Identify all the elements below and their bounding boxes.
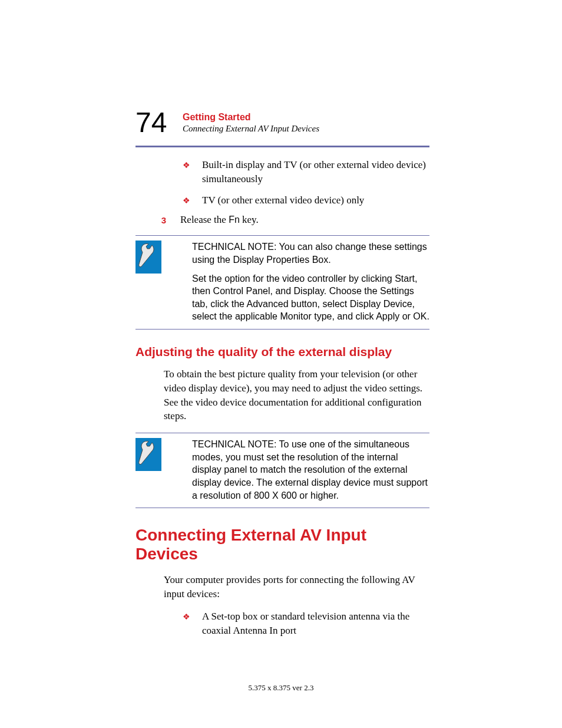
note-text: TECHNICAL NOTE: To use one of the simult… [192, 438, 429, 502]
divider-thin [135, 508, 429, 508]
document-page: 74 Getting Started Connecting External A… [0, 0, 562, 637]
technical-note: TECHNICAL NOTE: To use one of the simult… [135, 433, 429, 508]
divider-thick [135, 146, 429, 147]
step-prefix: Release the [180, 214, 229, 225]
section-subtitle: Connecting External AV Input Devices [183, 124, 429, 134]
step-fn-key: Fn [229, 215, 240, 225]
bullet-text: Built-in display and TV (or other extern… [202, 158, 429, 186]
bullet-item: ❖ A Set-top box or standard television a… [183, 610, 429, 638]
bullet-diamond-icon: ❖ [183, 195, 190, 207]
step-item: 3 Release the Fn key. [159, 214, 429, 226]
note-paragraph: Set the option for the video controller … [192, 272, 429, 323]
page-number: 74 [135, 106, 167, 139]
body-paragraph: To obtain the best picture quality from … [164, 367, 429, 423]
header-titles: Getting Started Connecting External AV I… [183, 112, 429, 134]
bullet-diamond-icon: ❖ [183, 611, 190, 623]
note-paragraph: TECHNICAL NOTE: To use one of the simult… [192, 438, 429, 502]
footer-text: 5.375 x 8.375 ver 2.3 [0, 683, 562, 693]
note-text: TECHNICAL NOTE: You can also change thes… [192, 241, 429, 323]
body-paragraph: Your computer provides ports for connect… [164, 573, 429, 601]
wrench-icon [135, 438, 161, 471]
bullet-item: ❖ TV (or other external video device) on… [183, 193, 429, 207]
step-text: Release the Fn key. [180, 214, 259, 226]
chapter-title: Getting Started [183, 112, 429, 123]
step-suffix: key. [240, 214, 259, 225]
wrench-icon [135, 241, 161, 274]
step-number: 3 [159, 215, 166, 225]
bullet-text: A Set-top box or standard television ant… [202, 610, 429, 638]
divider-thin [135, 329, 429, 330]
note-paragraph: TECHNICAL NOTE: You can also change thes… [192, 241, 429, 266]
bullet-diamond-icon: ❖ [183, 160, 190, 172]
subsection-heading: Adjusting the quality of the external di… [135, 345, 429, 359]
bullet-item: ❖ Built-in display and TV (or other exte… [183, 158, 429, 186]
bullet-text: TV (or other external video device) only [202, 193, 429, 207]
section-heading: Connecting External AV Input Devices [135, 526, 429, 564]
technical-note: TECHNICAL NOTE: You can also change thes… [135, 235, 429, 330]
page-header: 74 Getting Started Connecting External A… [135, 112, 429, 134]
